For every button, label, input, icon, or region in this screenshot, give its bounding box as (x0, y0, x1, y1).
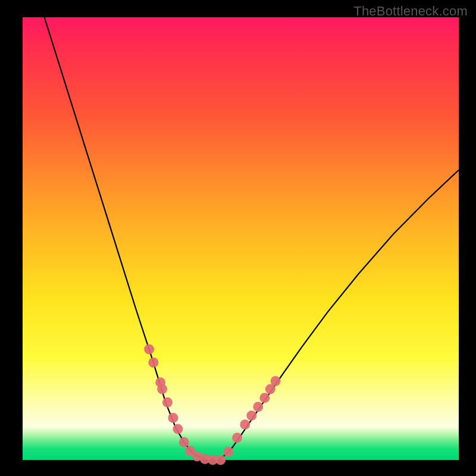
marker-dot (259, 393, 270, 403)
marker-dot (179, 437, 189, 447)
marker-dot (144, 345, 154, 355)
chart-stage: TheBottleneck.com (0, 0, 476, 476)
marker-dot (168, 413, 178, 423)
marker-dot (148, 358, 158, 368)
marker-dot (173, 424, 183, 434)
marker-dot (157, 384, 167, 394)
marker-dot (232, 433, 242, 443)
plot-area (23, 17, 459, 460)
bottleneck-curve (45, 17, 459, 460)
marker-dot (224, 447, 234, 457)
marker-dot (253, 402, 263, 412)
marker-dot (271, 376, 281, 386)
marker-dot (215, 455, 226, 465)
marker-dot (246, 411, 256, 421)
curve-svg (23, 17, 459, 460)
marker-dot (162, 397, 173, 408)
marker-dot (240, 419, 250, 430)
marker-group (144, 345, 281, 465)
